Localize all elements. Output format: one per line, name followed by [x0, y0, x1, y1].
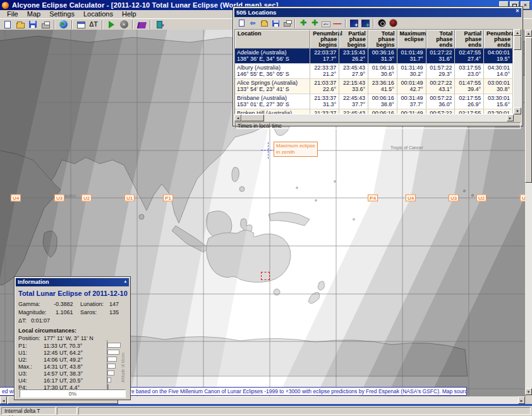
menu-file[interactable]: File: [3, 10, 23, 18]
cell-alt: 26.9°: [456, 101, 481, 107]
locations-table[interactable]: Location Penumbral phase begins Partial …: [234, 29, 514, 114]
column-header-maximum[interactable]: Maximum eclipse: [397, 30, 426, 49]
scroll-up-arrow[interactable]: ▲: [525, 30, 532, 37]
cell-time: 00:57:22: [428, 110, 452, 114]
open-folder-icon: [261, 21, 268, 27]
cell-alt: 36.0°: [428, 101, 452, 107]
contact-marker-p1[interactable]: P1: [163, 195, 173, 202]
cell-alt: 26.2°: [341, 56, 365, 62]
contact-marker-u1[interactable]: U1: [124, 195, 135, 202]
delta-t-button[interactable]: ΔT: [87, 19, 100, 30]
column-header-total-ends[interactable]: Total phase ends: [426, 30, 456, 49]
remove-location-button[interactable]: —: [332, 18, 343, 28]
cell-time: 01:01:49: [399, 49, 423, 56]
loc-open-button[interactable]: [258, 18, 270, 28]
menu-map[interactable]: Map: [23, 10, 45, 18]
scroll-left-arrow[interactable]: ◄: [0, 396, 7, 404]
save-file-button[interactable]: [27, 19, 39, 30]
show-on-map-button[interactable]: [348, 18, 360, 28]
map-vertical-scrollbar[interactable]: ▲ ▼: [525, 30, 532, 395]
delta-t-label: ΔT:: [18, 317, 27, 324]
u4-value: 16:17 UT, 20.5°: [44, 377, 83, 384]
column-header-partial-ends[interactable]: Partial phase ends: [455, 30, 484, 49]
add-nearest-button[interactable]: ✚: [309, 18, 320, 28]
locations-vertical-scrollbar[interactable]: ▲ ▼: [514, 29, 521, 114]
scroll-right-arrow[interactable]: ►: [507, 114, 514, 121]
cell-alt: 21.2°: [311, 71, 336, 77]
date-button[interactable]: [75, 19, 87, 30]
book-icon: [136, 22, 146, 28]
menu-settings[interactable]: Settings: [45, 10, 79, 18]
location-name: Brisbane (Australia): [237, 95, 308, 101]
scroll-right-arrow[interactable]: ►: [518, 396, 525, 404]
table-row-alice-springs[interactable]: Alice Springs (Australia)133° 54' E, 23°…: [235, 79, 513, 94]
vertical-scroll-thumb[interactable]: [514, 36, 521, 50]
contact-marker-p4[interactable]: P4: [368, 195, 378, 202]
print-button[interactable]: [39, 19, 52, 30]
collapse-arrow-icon[interactable]: ▲: [122, 278, 129, 284]
glossary-button[interactable]: [135, 19, 148, 30]
locations-toolbar: ⇦ ✚ ✚ abc —: [234, 17, 521, 29]
loc-new-button[interactable]: [236, 18, 247, 28]
scroll-left-arrow[interactable]: ◄: [234, 114, 241, 121]
cell-time: 02:47:55: [456, 49, 481, 56]
world-map-button[interactable]: [57, 19, 70, 30]
play-animation-button[interactable]: [105, 19, 118, 30]
new-file-button[interactable]: [1, 19, 14, 30]
table-row-albury[interactable]: Albury (Australia)146° 55' E, 36° 05' S …: [235, 64, 513, 79]
location-coords: 153° 01' E, 27° 30' S: [237, 101, 308, 107]
loc-print-button[interactable]: [281, 18, 293, 28]
contact-marker-u4[interactable]: U4: [11, 195, 21, 202]
cell-alt: 17.7°: [311, 56, 336, 62]
toolbar-separator: [150, 20, 151, 29]
contact-marker-u2[interactable]: U2: [82, 195, 92, 202]
menu-help[interactable]: Help: [118, 10, 141, 18]
information-title-bar[interactable]: Information: [16, 278, 129, 286]
contact-marker-u3[interactable]: U3: [54, 195, 64, 202]
add-location-button[interactable]: ✚: [298, 18, 309, 28]
exit-button[interactable]: [153, 19, 166, 30]
add-plus-icon: ✚: [300, 19, 306, 27]
contact-marker-u3-east[interactable]: U3: [449, 195, 459, 202]
table-row-brisbane[interactable]: Brisbane (Australia)153° 01' E, 27° 30' …: [235, 94, 513, 109]
add-from-map-button[interactable]: [360, 18, 371, 28]
position-value: 177° 11' W, 3° 11' N: [44, 335, 94, 341]
eclipsed-moon-view-button[interactable]: [387, 18, 399, 28]
save-icon: [29, 21, 37, 28]
column-header-penumbral-ends[interactable]: Penumbral phase ends: [484, 30, 513, 49]
u1-label: U1:: [18, 350, 27, 356]
locations-horizontal-scrollbar[interactable]: ◄ ►: [234, 114, 514, 121]
menu-locations[interactable]: Locations: [79, 10, 118, 18]
selected-location-marker[interactable]: [261, 272, 270, 280]
remove-minus-icon: —: [334, 20, 342, 27]
table-row-broken-hill[interactable]: Broken Hill (Australia) 21:33:37 22:45:4…: [235, 109, 513, 114]
altitude-bar: [107, 350, 119, 355]
contact-marker-u2-east[interactable]: U2: [476, 195, 487, 202]
open-file-button[interactable]: [14, 19, 27, 30]
scroll-up-arrow[interactable]: ▲: [514, 29, 521, 36]
location-name: Adelaide (Australia): [237, 49, 308, 56]
column-header-partial-begins[interactable]: Partial phase begins: [339, 30, 368, 49]
table-row-adelaide[interactable]: Adelaide (Australia)138° 36' E, 34° 56' …: [235, 49, 513, 64]
contact-marker-u4-east[interactable]: U4: [406, 195, 416, 202]
loc-save-button[interactable]: [270, 18, 281, 28]
horizontal-scroll-thumb[interactable]: [241, 114, 264, 121]
column-header-total-begins[interactable]: Total phase begins: [368, 30, 397, 49]
rename-location-button[interactable]: abc: [320, 18, 332, 28]
cell-time: 21:03:37: [311, 80, 336, 86]
locations-title-bar[interactable]: 505 Locations: [234, 8, 521, 17]
eclipse-heading: Total Lunar Eclipse of 2011-12-10: [18, 290, 128, 297]
cell-time: 04:30:01: [485, 64, 510, 71]
vertical-scroll-thumb[interactable]: [525, 37, 532, 183]
scroll-down-arrow[interactable]: ▼: [525, 388, 532, 395]
scroll-down-arrow[interactable]: ▼: [514, 107, 521, 114]
saros-value: 135: [109, 309, 119, 315]
location-name: Alice Springs (Australia): [237, 80, 308, 86]
column-header-penumbral-begins[interactable]: Penumbral phase begins: [310, 30, 339, 49]
stop-animation-button[interactable]: ×: [118, 19, 130, 30]
lunar-eclipse-view-button[interactable]: [376, 18, 387, 28]
toolbar-separator: [373, 19, 374, 28]
loc-export-button[interactable]: ⇦: [247, 18, 258, 28]
column-header-location[interactable]: Location: [235, 30, 310, 49]
locations-close-icon[interactable]: ×: [514, 8, 521, 15]
